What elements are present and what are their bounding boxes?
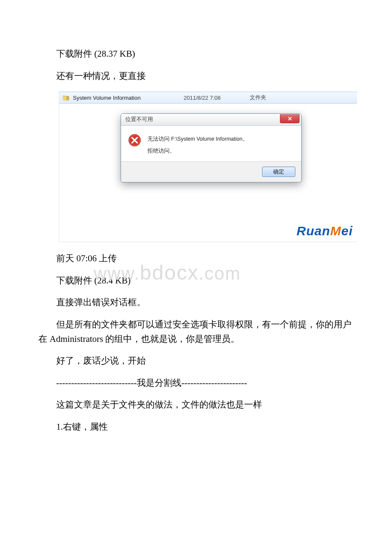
svg-rect-0 [66,98,69,100]
paragraph: 好了，废话少说，开始 [38,354,354,368]
paragraph: 下载附件 (28.4 KB) [38,274,354,288]
folder-name: System Volume Information [73,95,184,101]
folder-date: 2011/8/22 7:08 [184,95,250,101]
dialog-message-line: 无法访问 F:\System Volume Information。 [147,133,248,145]
ok-button-label: 确定 [273,168,284,176]
dialog-title-text: 位置不可用 [125,116,153,123]
ruanmei-logo: RuanMei [297,224,353,238]
paragraph: 下载附件 (28.37 KB) [38,47,354,61]
folder-type: 文件夹 [250,94,266,101]
paragraph: 前天 07:06 上传 [38,251,354,266]
dialog-message: 无法访问 F:\System Volume Information。 拒绝访问。 [147,133,248,157]
paragraph: 1.右键，属性 [38,420,354,434]
document-body: 下载附件 (28.37 KB) 还有一种情况，更直接 System Volume… [0,0,392,434]
paragraph: 直接弹出错误对话框。 [38,295,354,310]
error-icon [128,133,141,157]
paragraph: 这篇文章是关于文件夹的做法，文件的做法也是一样 [38,398,354,412]
paragraph: 但是所有的文件夹都可以通过安全选项卡取得权限，有一个前提，你的用户在 Admin… [38,318,354,346]
error-dialog: 位置不可用 ✕ 无法访问 F:\System Volume Informatio… [121,113,302,182]
dialog-footer: 确定 [121,162,301,182]
close-icon: ✕ [288,116,292,122]
paragraph: ---------------------------我是分割线--------… [38,376,354,390]
embedded-screenshot: System Volume Information 2011/8/22 7:08… [59,91,357,242]
close-button[interactable]: ✕ [280,114,300,123]
paragraph: 还有一种情况，更直接 [38,69,354,84]
dialog-titlebar: 位置不可用 ✕ [121,114,301,126]
dialog-body: 无法访问 F:\System Volume Information。 拒绝访问。 [121,126,301,162]
dialog-message-line: 拒绝访问。 [147,145,248,157]
explorer-folder-row[interactable]: System Volume Information 2011/8/22 7:08… [59,92,357,104]
ok-button[interactable]: 确定 [262,167,295,177]
locked-folder-icon [62,94,70,101]
